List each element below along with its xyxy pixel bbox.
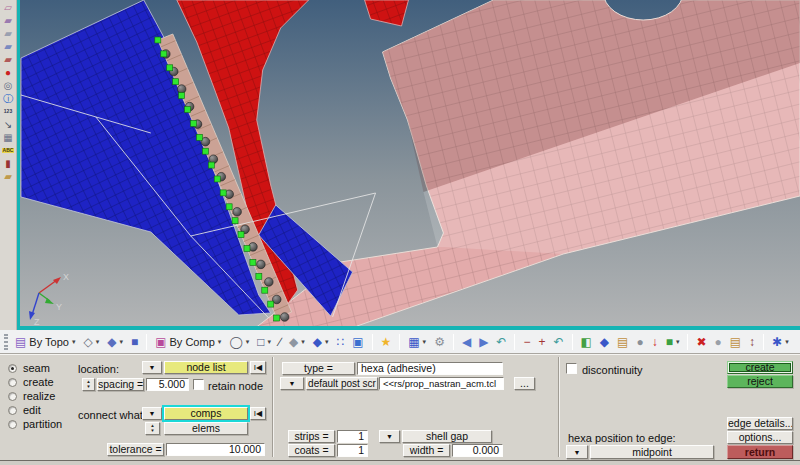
mode-option[interactable]: create: [8, 376, 54, 388]
seam-node-marker[interactable]: [244, 246, 250, 252]
seam-node-marker[interactable]: [238, 232, 244, 238]
entity-add-icon[interactable]: ◆: [597, 332, 612, 352]
import-red-icon[interactable]: ↓: [649, 332, 661, 352]
by-topo-icon[interactable]: ▤ By Topo ▾: [12, 332, 78, 352]
display-card-active-icon[interactable]: ▰: [1, 53, 16, 66]
display-card-outline-icon[interactable]: ▱: [1, 1, 16, 14]
seam-node-marker[interactable]: [220, 190, 226, 196]
width-value-field[interactable]: 0.000: [452, 444, 503, 457]
solid-view-icon[interactable]: ■: [128, 332, 141, 352]
tolerance-button[interactable]: tolerance =: [107, 443, 164, 456]
mask-spheres-icon[interactable]: ●: [712, 332, 725, 352]
mode-option[interactable]: seam: [8, 362, 50, 374]
mode-option[interactable]: edit: [8, 404, 41, 416]
seam-node-marker[interactable]: [179, 93, 185, 99]
numbers-123-icon[interactable]: 123: [1, 105, 16, 118]
elems-toggle-button[interactable]: ▲▼: [145, 422, 160, 435]
seam-node-marker[interactable]: [226, 204, 232, 210]
hexa-position-value-button[interactable]: midpoint: [590, 445, 714, 459]
flat-quad-icon[interactable]: ◆ ▾: [286, 332, 308, 352]
weld-sphere[interactable]: [280, 313, 289, 322]
node-list-reset-button[interactable]: I◀: [250, 361, 266, 374]
display-card-arrow-icon[interactable]: ▰: [1, 14, 16, 27]
delete-x-icon[interactable]: ✖: [693, 332, 709, 352]
spacing-value-field[interactable]: 5.000: [146, 378, 189, 391]
wrench-icon[interactable]: ⚙: [431, 332, 448, 352]
seam-node-marker[interactable]: [185, 107, 191, 113]
seam-node-marker[interactable]: [232, 218, 238, 224]
red-sphere-icon[interactable]: ●: [1, 66, 16, 79]
window-layout-icon[interactable]: ▦ ▾: [405, 332, 429, 352]
coats-button[interactable]: coats =: [288, 444, 335, 457]
wire-sphere-icon[interactable]: ◯ ▾: [226, 332, 252, 352]
default-post-script-button[interactable]: default post scr: [306, 377, 378, 390]
comps-reset-button[interactable]: I◀: [250, 407, 266, 420]
loadstep-icon[interactable]: ▮: [1, 157, 16, 170]
entity-hide-icon[interactable]: ●: [633, 332, 646, 352]
measure-icon[interactable]: ↕: [746, 332, 758, 352]
post-script-dropdown-button[interactable]: ▼: [280, 377, 304, 390]
vector-arrow-icon[interactable]: ↘: [1, 118, 16, 131]
folder-import-icon[interactable]: ▤: [727, 332, 744, 352]
browse-script-button[interactable]: ...: [514, 377, 535, 390]
view-undo-icon[interactable]: ↶: [493, 332, 509, 352]
zoom-in-icon[interactable]: +: [535, 332, 548, 352]
node-list-collector-button[interactable]: node list: [164, 361, 248, 374]
mode-option[interactable]: partition: [8, 418, 62, 430]
grid-icon[interactable]: ▦: [1, 131, 16, 144]
seam-node-marker[interactable]: [274, 315, 280, 321]
comps-collector-button[interactable]: comps: [164, 407, 248, 420]
seam-node-marker[interactable]: [256, 273, 262, 279]
post-script-value-field[interactable]: <<rs/prop_nastran_acm.tcl: [379, 377, 504, 390]
info-icon[interactable]: ⓘ: [1, 92, 16, 105]
display-card-gray-icon[interactable]: ▰: [1, 27, 16, 40]
edge-details-button[interactable]: edge details...: [727, 417, 793, 430]
shell-gap-dropdown-button[interactable]: ▼: [379, 430, 400, 443]
wireframe-view-icon[interactable]: ◇ ▾: [80, 332, 102, 352]
seam-node-marker[interactable]: [190, 120, 196, 126]
entity-show-icon[interactable]: ◧: [578, 332, 595, 352]
seam-node-marker[interactable]: [250, 259, 256, 265]
solid-quad-icon[interactable]: ◆ ▾: [310, 332, 332, 352]
seam-node-marker[interactable]: [155, 37, 161, 43]
by-comp-icon[interactable]: ▣ By Comp ▾: [152, 332, 224, 352]
abc-label-icon[interactable]: ABC: [1, 144, 16, 157]
shaded-view-icon[interactable]: ◆ ▾: [104, 332, 126, 352]
seam-node-marker[interactable]: [161, 51, 167, 57]
export-green-icon[interactable]: ■ ▾: [663, 332, 683, 352]
view-forward-icon[interactable]: ▶: [476, 332, 491, 352]
reject-button[interactable]: reject: [727, 375, 793, 388]
zoom-out-icon[interactable]: −: [520, 332, 533, 352]
coats-value-field[interactable]: 1: [337, 444, 368, 457]
return-button[interactable]: return: [727, 445, 793, 459]
display-card-blue-icon[interactable]: ▰: [1, 40, 16, 53]
elems-button[interactable]: elems: [164, 422, 248, 435]
strips-value-field[interactable]: 1: [337, 430, 368, 443]
graphics-viewport[interactable]: ▱▰▰▰▰●◎ⓘ123↘▦ABC▮▰: [0, 0, 800, 330]
monitor-icon[interactable]: ▣: [349, 332, 366, 352]
width-button[interactable]: width =: [403, 444, 450, 457]
weld-sphere[interactable]: [265, 278, 274, 287]
retain-node-checkbox[interactable]: [193, 379, 204, 390]
seam-node-marker[interactable]: [196, 134, 202, 140]
binoculars-icon[interactable]: ◎: [1, 79, 16, 92]
element-cluster-icon[interactable]: ∷: [334, 332, 348, 352]
weld-sphere[interactable]: [233, 208, 242, 217]
star-icon[interactable]: ★: [378, 332, 395, 352]
model-scene[interactable]: X Y Z: [20, 0, 800, 326]
view-restore-icon[interactable]: ↶: [550, 332, 566, 352]
shell-gap-button[interactable]: shell gap: [402, 430, 492, 443]
strips-button[interactable]: strips =: [288, 430, 335, 443]
spacing-button[interactable]: spacing =: [97, 378, 144, 391]
seam-node-marker[interactable]: [268, 301, 274, 307]
spacing-toggle-button[interactable]: ▲▼: [82, 378, 95, 391]
view-back-icon[interactable]: ◀: [459, 332, 474, 352]
wire-cube-icon[interactable]: □ ▾: [254, 332, 274, 352]
location-dropdown-button[interactable]: ▼: [142, 361, 162, 374]
mode-option[interactable]: realize: [8, 390, 55, 402]
weld-sphere[interactable]: [257, 260, 266, 269]
options-button[interactable]: options...: [727, 431, 793, 444]
folder-entities-icon[interactable]: ▤: [614, 332, 631, 352]
create-button[interactable]: create: [727, 361, 793, 374]
type-value-field[interactable]: hexa (adhesive): [357, 362, 503, 375]
